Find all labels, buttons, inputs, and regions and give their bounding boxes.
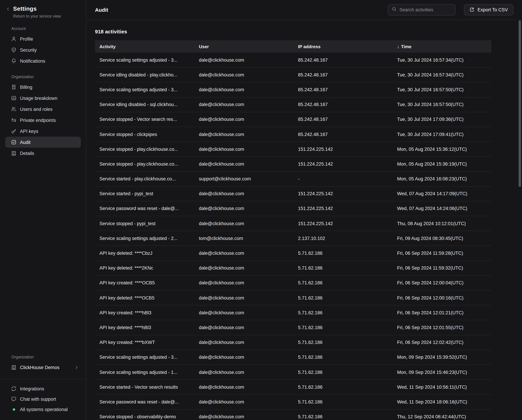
sidebar-item-api-keys[interactable]: API keys <box>5 126 81 137</box>
table-cell-ip: 85.242.48.167 <box>293 87 393 92</box>
table-cell-activity: Service started - Vector search results <box>95 384 194 389</box>
table-cell-time: Tue, 30 Jul 2024 17:09:41(UTC) <box>393 132 491 137</box>
sidebar-item-profile[interactable]: Profile <box>5 33 81 44</box>
table-row: Service scaling settings adjusted - 2...… <box>95 231 491 246</box>
sidebar-item-notifications[interactable]: Notifications <box>5 55 81 66</box>
sidebar-nav: AccountProfileSecurityNotificationsOrgan… <box>5 18 81 159</box>
table-cell-time: Fri, 09 Aug 2024 08:30:45(UTC) <box>393 236 491 241</box>
bell-icon <box>11 58 16 64</box>
org-icon <box>11 365 16 370</box>
export-icon <box>469 7 474 13</box>
footer-item-label: All systems operational <box>20 407 68 412</box>
footer-item-chat-with-support[interactable]: Chat with support <box>5 394 81 404</box>
table-cell-user: dale@clickhouse.com <box>194 310 293 315</box>
column-header-ip[interactable]: IP address <box>293 44 393 49</box>
table-cell-time: Thu, 12 Sep 2024 08:42:44(UTC) <box>393 414 491 419</box>
table-cell-user: dale@clickhouse.com <box>194 355 293 360</box>
sidebar-item-audit[interactable]: Audit <box>5 137 81 148</box>
table-row: API key created: ****hBl3dale@clickhouse… <box>95 305 491 320</box>
chevron-left-icon <box>6 7 10 13</box>
audit-content: 918 activities Activity User IP address … <box>86 20 522 420</box>
export-csv-button[interactable]: Export To CSV <box>464 4 513 16</box>
topbar-actions: Export To CSV <box>388 4 513 16</box>
table-cell-activity: API key deleted: ****CbzJ <box>95 251 194 256</box>
table-cell-time: Mon, 09 Sep 2024 15:39:52(UTC) <box>393 355 491 360</box>
activities-count: 918 activities <box>95 29 491 34</box>
table-cell-time: Fri, 06 Sep 2024 11:59:28(UTC) <box>393 251 491 256</box>
table-cell-activity: Service stopped - clickpipes <box>95 132 194 137</box>
sidebar-item-security[interactable]: Security <box>5 44 81 55</box>
table-cell-user: tom@clickhouse.com <box>194 236 293 241</box>
table-cell-time: Wed, 11 Sep 2024 10:56:11(UTC) <box>393 384 491 389</box>
table-cell-ip: 151.224.225.142 <box>293 147 393 152</box>
sidebar-item-private-endpoints[interactable]: Private endpoints <box>5 115 81 126</box>
table-cell-activity: API key deleted: ****OCB5 <box>95 295 194 300</box>
sidebar-item-usage-breakdown[interactable]: Usage breakdown <box>5 93 81 104</box>
table-cell-time: Fri, 06 Sep 2024 12:00:04(UTC) <box>393 280 491 286</box>
org-switcher-label: ClickHouse Demos <box>20 365 60 370</box>
column-header-label: Activity <box>100 44 116 49</box>
table-row: Service scaling settings adjusted - 3...… <box>95 350 491 365</box>
footer-item-label: Chat with support <box>20 397 56 402</box>
sidebar-header: Settings Return to your service view <box>5 6 81 18</box>
table-cell-ip: - <box>293 176 393 181</box>
column-header-time[interactable]: ↓ Time <box>393 44 491 49</box>
table-row: Service stopped - play.clickhouse.co...d… <box>95 142 491 157</box>
table-cell-time: Fri, 06 Sep 2024 11:59:32(UTC) <box>393 265 491 271</box>
table-cell-user: dale@clickhouse.com <box>194 265 293 271</box>
receipt-icon <box>11 84 16 90</box>
table-cell-activity: API key created: ****hBl3 <box>95 310 194 315</box>
sidebar: Settings Return to your service view Acc… <box>0 0 86 420</box>
table-cell-ip: 5.71.62.186 <box>293 384 393 389</box>
table-cell-time: Tue, 30 Jul 2024 17:09:36(UTC) <box>393 117 491 122</box>
sidebar-item-users-and-roles[interactable]: Users and roles <box>5 104 81 115</box>
table-cell-time: Fri, 06 Sep 2024 12:01:55(UTC) <box>393 325 491 330</box>
sidebar-item-label: Users and roles <box>20 107 53 112</box>
table-cell-ip: 85.242.48.167 <box>293 117 393 122</box>
back-button[interactable] <box>6 7 10 13</box>
vertical-scrollbar[interactable] <box>519 20 521 187</box>
table-cell-ip: 5.71.62.186 <box>293 280 393 286</box>
column-header-activity[interactable]: Activity <box>95 44 194 49</box>
org-switcher[interactable]: ClickHouse Demos <box>5 362 81 373</box>
search-input[interactable] <box>399 7 452 12</box>
table-cell-user: dale@clickhouse.com <box>194 191 293 196</box>
table-cell-ip: 151.224.225.142 <box>293 221 393 226</box>
section-label-account: Account <box>11 26 81 31</box>
table-cell-activity: API key created: ****bXWT <box>95 340 194 345</box>
table-cell-time: Tue, 30 Jul 2024 16:57:50(UTC) <box>393 87 491 92</box>
table-cell-activity: Service idling disabled - play.clickho..… <box>95 72 194 78</box>
table-cell-ip: 5.71.62.186 <box>293 265 393 271</box>
sidebar-item-label: Usage breakdown <box>20 95 57 101</box>
footer-item-all-systems-operational[interactable]: All systems operational <box>5 404 81 414</box>
org-section-label: Organization <box>11 355 81 359</box>
sidebar-footer: IntegrationsChat with supportAll systems… <box>0 379 86 415</box>
table-row: Service password was reset - dale@...dal… <box>95 395 491 410</box>
table-cell-user: dale@clickhouse.com <box>194 280 293 286</box>
audit-icon <box>11 140 16 145</box>
footer-item-integrations[interactable]: Integrations <box>5 383 81 394</box>
table-cell-user: dale@clickhouse.com <box>194 132 293 137</box>
sidebar-item-label: Security <box>20 47 37 53</box>
table-cell-ip: 5.71.62.186 <box>293 251 393 256</box>
chart-icon <box>11 95 16 101</box>
column-header-user[interactable]: User <box>194 44 293 49</box>
table-row: Service stopped - Vector search res...da… <box>95 112 491 127</box>
search-box[interactable] <box>388 4 455 16</box>
table-cell-ip: 5.71.62.186 <box>293 355 393 360</box>
table-cell-user: dale@clickhouse.com <box>194 87 293 92</box>
table-cell-time: Mon, 05 Aug 2024 15:36:12(UTC) <box>393 147 491 152</box>
table-cell-ip: 5.71.62.186 <box>293 310 393 315</box>
table-row: API key deleted: ****2KNcdale@clickhouse… <box>95 261 491 276</box>
table-cell-ip: 85.242.48.167 <box>293 132 393 137</box>
table-row: Service started - pypi_testdale@clickhou… <box>95 187 491 201</box>
table-cell-user: dale@clickhouse.com <box>194 414 293 419</box>
sidebar-item-details[interactable]: Details <box>5 148 81 159</box>
table-cell-user: dale@clickhouse.com <box>194 162 293 167</box>
sidebar-item-billing[interactable]: Billing <box>5 82 81 93</box>
sidebar-item-label: Profile <box>20 36 33 41</box>
table-row: API key deleted: ****hBl3dale@clickhouse… <box>95 320 491 335</box>
table-row: Service started - play.clickhouse.co...s… <box>95 172 491 187</box>
table-row: API key created: ****OCB5dale@clickhouse… <box>95 276 491 291</box>
table-cell-activity: Service idling disabled - sql.clickhou..… <box>95 102 194 107</box>
